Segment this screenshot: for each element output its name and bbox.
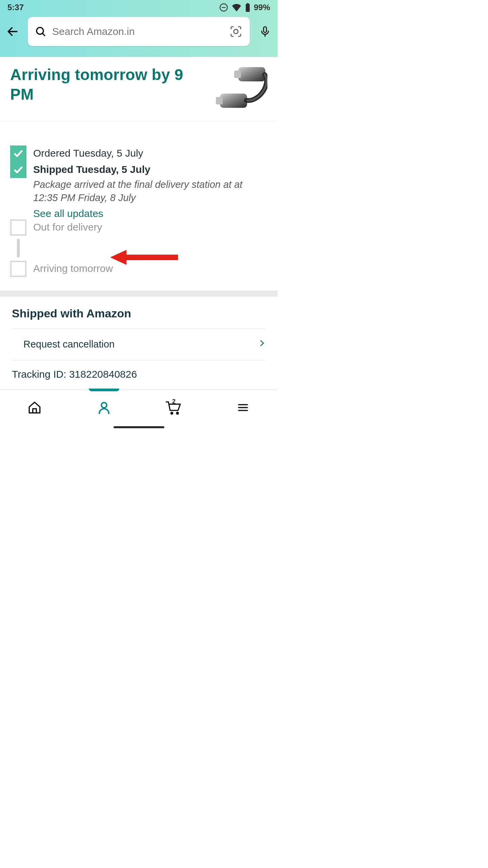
camera-scan-icon[interactable] <box>229 25 242 38</box>
nav-cart[interactable]: 2 <box>139 390 208 425</box>
svg-rect-10 <box>238 67 265 81</box>
timeline-step-ordered: Ordered Tuesday, 5 July <box>10 145 267 162</box>
search-input[interactable] <box>52 26 223 37</box>
search-icon <box>35 26 46 37</box>
see-all-updates-link[interactable]: See all updates <box>33 208 103 219</box>
mic-icon <box>259 24 271 39</box>
svg-rect-11 <box>234 71 241 78</box>
chevron-right-icon <box>258 337 266 351</box>
timeline-connector <box>17 236 20 261</box>
home-indicator <box>0 425 278 432</box>
section-divider <box>0 291 278 297</box>
voice-search-button[interactable] <box>256 22 274 41</box>
check-icon <box>10 145 26 162</box>
carrier-heading: Shipped with Amazon <box>12 307 266 320</box>
svg-rect-8 <box>264 27 267 33</box>
svg-rect-2 <box>246 4 250 12</box>
timeline-step-shipped: Shipped Tuesday, 5 July Package arrived … <box>10 162 267 219</box>
svg-point-7 <box>234 29 238 34</box>
svg-line-6 <box>42 33 45 36</box>
cart-count-badge: 2 <box>172 398 176 405</box>
svg-rect-3 <box>247 3 249 4</box>
step-out-title: Out for delivery <box>33 221 102 233</box>
step-shipped-detail: Package arrived at the final delivery st… <box>33 178 267 204</box>
step-shipped-title: Shipped Tuesday, 5 July <box>33 164 267 175</box>
step-arriving-title: Arriving tomorrow <box>33 263 113 274</box>
back-button[interactable] <box>3 22 22 41</box>
timeline-step-arriving: Arriving tomorrow <box>10 261 267 277</box>
delivery-headline: Arriving tomorrow by 9 PM <box>0 57 278 122</box>
bottom-nav: 2 <box>0 390 278 425</box>
svg-point-18 <box>177 412 178 414</box>
hamburger-icon <box>237 402 249 413</box>
status-bar: 5:37 99% <box>0 0 278 12</box>
battery-percent: 99% <box>254 3 270 12</box>
search-bar[interactable] <box>28 17 250 46</box>
status-icons: 99% <box>219 3 270 12</box>
timeline-step-out-for-delivery: Out for delivery <box>10 219 267 261</box>
tracking-timeline: Ordered Tuesday, 5 July Shipped Tuesday,… <box>0 122 278 291</box>
tracking-id-row: Tracking ID: 318220840826 <box>12 360 266 386</box>
step-ordered-title: Ordered Tuesday, 5 July <box>33 147 143 159</box>
app-header: 5:37 99% <box>0 0 278 57</box>
home-icon <box>27 400 42 415</box>
nav-home[interactable] <box>0 390 69 425</box>
product-image-icon <box>214 65 267 113</box>
product-thumbnail[interactable] <box>214 65 267 113</box>
user-icon <box>97 400 111 415</box>
search-row <box>0 12 278 46</box>
request-cancellation-row[interactable]: Request cancellation <box>12 328 266 360</box>
delivery-status-title: Arriving tomorrow by 9 PM <box>10 65 200 113</box>
svg-rect-13 <box>216 97 223 104</box>
status-time: 5:37 <box>7 3 24 12</box>
nav-account[interactable] <box>69 390 139 425</box>
back-arrow-icon <box>6 25 19 38</box>
nav-menu[interactable] <box>208 390 278 425</box>
wifi-icon <box>231 3 242 12</box>
svg-point-17 <box>171 412 172 414</box>
svg-rect-12 <box>220 94 247 108</box>
shipping-section: Shipped with Amazon Request cancellation… <box>0 297 278 390</box>
unchecked-box-icon <box>10 219 26 236</box>
battery-icon <box>245 3 250 12</box>
request-cancellation-label: Request cancellation <box>12 339 115 350</box>
tracking-id-label: Tracking ID: 318220840826 <box>12 369 137 380</box>
dnd-icon <box>219 3 228 12</box>
svg-point-16 <box>101 402 107 408</box>
check-icon <box>10 162 26 178</box>
unchecked-box-icon <box>10 261 26 277</box>
